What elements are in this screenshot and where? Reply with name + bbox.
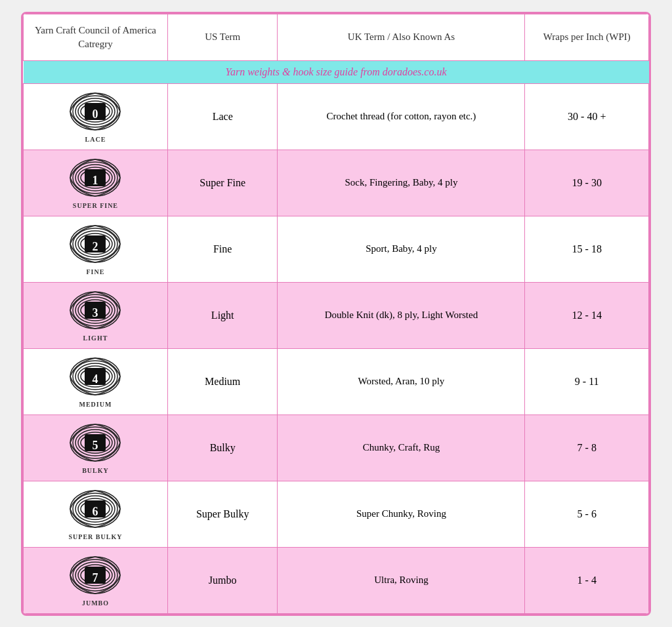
yarn-label: SUPER FINE [73, 202, 118, 209]
us-term-cell: Lace [167, 83, 278, 150]
subtitle-text: Yarn weights & hook size guide from dora… [24, 60, 649, 83]
table-row: 2 FINEFineSport, Baby, 4 ply15 - 18 [24, 216, 649, 282]
header-col1: Yarn Craft Council of America Catregry [24, 14, 168, 60]
category-cell: 4 MEDIUM [24, 348, 168, 415]
yarn-label: JUMBO [82, 599, 109, 607]
header-col3: UK Term / Also Known As [278, 14, 525, 60]
uk-term-cell: Sport, Baby, 4 ply [278, 216, 525, 282]
us-term-cell: Fine [167, 216, 278, 282]
category-cell: 6 SUPER BULKY [24, 481, 168, 547]
category-cell: 0 LACE [24, 83, 168, 150]
uk-term-cell: Sock, Fingering, Baby, 4 ply [278, 150, 525, 216]
table-row: 4 MEDIUMMediumWorsted, Aran, 10 ply9 - 1… [24, 348, 649, 415]
us-term-cell: Light [167, 282, 278, 348]
header-col4: Wraps per Inch (WPI) [525, 14, 649, 60]
svg-text:1: 1 [93, 174, 98, 187]
wpi-cell: 5 - 6 [525, 481, 649, 547]
wpi-cell: 19 - 30 [525, 150, 649, 216]
wpi-cell: 15 - 18 [525, 216, 649, 282]
yarn-label: MEDIUM [79, 401, 112, 408]
svg-text:2: 2 [93, 240, 98, 253]
table-row: 6 SUPER BULKYSuper BulkySuper Chunky, Ro… [24, 481, 649, 547]
svg-text:0: 0 [93, 108, 98, 121]
yarn-label: BULKY [82, 467, 109, 474]
header-row: Yarn Craft Council of America Catregry U… [24, 14, 649, 60]
wpi-cell: 7 - 8 [525, 415, 649, 481]
svg-text:5: 5 [93, 439, 98, 452]
uk-term-cell: Ultra, Roving [278, 547, 525, 613]
svg-text:4: 4 [93, 373, 98, 386]
yarn-label: SUPER BULKY [69, 533, 123, 540]
category-cell: 1 SUPER FINE [24, 150, 168, 216]
us-term-cell: Super Bulky [167, 481, 278, 547]
header-col2: US Term [167, 14, 278, 60]
svg-text:7: 7 [93, 571, 98, 584]
yarn-guide-table: Yarn Craft Council of America Catregry U… [21, 12, 651, 616]
wpi-cell: 12 - 14 [525, 282, 649, 348]
uk-term-cell: Worsted, Aran, 10 ply [278, 348, 525, 415]
svg-text:6: 6 [93, 505, 98, 518]
yarn-label: LIGHT [83, 334, 108, 342]
category-cell: 7 JUMBO [24, 547, 168, 613]
table-row: 0 LACELaceCrochet thread (for cotton, ra… [24, 83, 649, 150]
uk-term-cell: Super Chunky, Roving [278, 481, 525, 547]
table-row: 7 JUMBOJumboUltra, Roving1 - 4 [24, 547, 649, 613]
table-row: 5 BULKYBulkyChunky, Craft, Rug7 - 8 [24, 415, 649, 481]
us-term-cell: Medium [167, 348, 278, 415]
table-row: 3 LIGHTLightDouble Knit (dk), 8 ply, Lig… [24, 282, 649, 348]
yarn-label: LACE [85, 136, 106, 143]
category-cell: 3 LIGHT [24, 282, 168, 348]
wpi-cell: 30 - 40 + [525, 83, 649, 150]
uk-term-cell: Double Knit (dk), 8 ply, Light Worsted [278, 282, 525, 348]
wpi-cell: 9 - 11 [525, 348, 649, 415]
us-term-cell: Bulky [167, 415, 278, 481]
wpi-cell: 1 - 4 [525, 547, 649, 613]
yarn-label: FINE [87, 268, 105, 275]
svg-text:3: 3 [93, 306, 98, 319]
table-row: 1 SUPER FINESuper FineSock, Fingering, B… [24, 150, 649, 216]
uk-term-cell: Chunky, Craft, Rug [278, 415, 525, 481]
category-cell: 2 FINE [24, 216, 168, 282]
category-cell: 5 BULKY [24, 415, 168, 481]
us-term-cell: Jumbo [167, 547, 278, 613]
subtitle-row: Yarn weights & hook size guide from dora… [24, 60, 649, 83]
us-term-cell: Super Fine [167, 150, 278, 216]
uk-term-cell: Crochet thread (for cotton, rayon etc.) [278, 83, 525, 150]
